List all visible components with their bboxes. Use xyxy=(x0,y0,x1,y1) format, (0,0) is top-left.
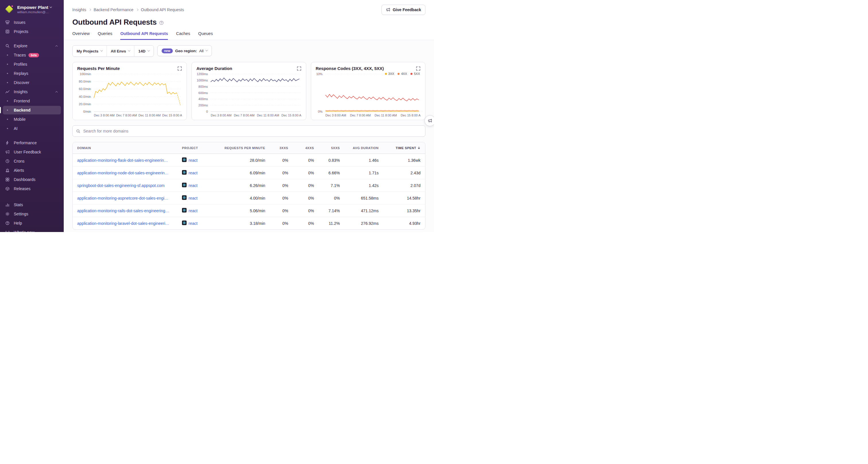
sidebar-item-mobile[interactable]: Mobile xyxy=(3,115,61,124)
sidebar-item-settings[interactable]: Settings xyxy=(3,210,61,218)
search-input[interactable] xyxy=(83,129,422,133)
org-switcher[interactable]: Empower Plant william.mcmullen@… xyxy=(0,0,64,18)
table-row[interactable]: application-monitoring-aspnetcore-dot-sa… xyxy=(73,192,425,204)
project-link[interactable]: react xyxy=(189,221,197,226)
sidebar-item-label: Traces xyxy=(14,53,26,57)
breadcrumb-backend-performance[interactable]: Backend Performance xyxy=(94,7,133,12)
col-3xxs[interactable]: 3XXS xyxy=(265,146,288,150)
col-avg-duration[interactable]: AVG DURATION xyxy=(340,146,379,150)
projects-icon xyxy=(5,29,10,34)
time-spent-cell[interactable]: 13.35hr xyxy=(379,208,421,213)
sidebar-item-issues[interactable]: Issues xyxy=(3,18,61,27)
sidebar-item-releases[interactable]: Releases xyxy=(3,185,61,193)
table-header: DOMAIN PROJECT REQUESTS PER MINUTE 3XXS … xyxy=(73,142,425,154)
tab-caches[interactable]: Caches xyxy=(176,31,190,40)
col-time-spent[interactable]: TIME SPENT xyxy=(379,146,421,150)
sidebar-section-insights[interactable]: Insights xyxy=(3,88,61,96)
bullet-icon xyxy=(5,100,10,101)
domain-link[interactable]: application-monitoring-laravel-dot-sales… xyxy=(77,221,169,226)
project-link[interactable]: react xyxy=(189,183,197,188)
table-row[interactable]: application-monitoring-laravel-dot-sales… xyxy=(73,217,425,229)
sidebar-item-replays[interactable]: Replays xyxy=(3,69,61,78)
col-4xxs[interactable]: 4XXS xyxy=(288,146,314,150)
x-axis-labels: Dec 3 8:00 AMDec 7 8:00 AMDec 11 8:00 AM… xyxy=(316,113,421,117)
expand-icon[interactable] xyxy=(297,66,301,71)
sidebar-item-dashboards[interactable]: Dashboards xyxy=(3,175,61,184)
legend-item[interactable]: 4XX xyxy=(398,72,407,75)
megaphone-icon xyxy=(386,7,391,12)
domain-link[interactable]: application-monitoring-rails-dot-sales-e… xyxy=(77,208,169,213)
tab-queues[interactable]: Queues xyxy=(198,31,213,40)
page-title: Outbound API Requests xyxy=(72,18,157,27)
table-row[interactable]: springboot-dot-sales-engineering-sf.apps… xyxy=(73,179,425,192)
org-email: william.mcmullen@… xyxy=(17,10,52,14)
response-codes-chart: 10%0%3XX4XX5XX xyxy=(316,72,421,112)
tab-outbound-api-requests[interactable]: Outbound API Requests xyxy=(120,31,168,40)
table-row[interactable]: application-monitoring-flask-dot-sales-e… xyxy=(73,154,425,166)
expand-icon[interactable] xyxy=(416,66,421,71)
x-tick-label: Dec 15 8:00 A xyxy=(162,113,182,117)
domain-search[interactable] xyxy=(72,125,425,137)
sidebar-item-performance[interactable]: Performance xyxy=(3,138,61,147)
breadcrumb-insights[interactable]: Insights xyxy=(72,7,86,12)
expand-icon[interactable] xyxy=(177,66,182,71)
project-link[interactable]: react xyxy=(189,196,197,200)
sidebar-item-backend[interactable]: Backend xyxy=(3,106,61,114)
sidebar-section-explore[interactable]: Explore xyxy=(3,41,61,50)
give-feedback-label: Give Feedback xyxy=(393,7,421,12)
sidebar-item-discover[interactable]: Discover xyxy=(3,78,61,87)
tab-overview[interactable]: Overview xyxy=(72,31,90,40)
table-row[interactable]: application-monitoring-node-dot-sales-en… xyxy=(73,166,425,179)
col-5xxs[interactable]: 5XXS xyxy=(314,146,340,150)
x-tick-label: Dec 3 8:00 AM xyxy=(211,113,231,117)
3xx-cell: 0% xyxy=(265,158,288,163)
domain-link[interactable]: application-monitoring-node-dot-sales-en… xyxy=(77,171,168,175)
sidebar-item-crons[interactable]: Crons xyxy=(3,157,61,165)
sidebar-item-whats-new[interactable]: What's new xyxy=(3,228,61,232)
legend-item[interactable]: 3XX xyxy=(385,72,394,75)
sidebar-item-alerts[interactable]: Alerts xyxy=(3,166,61,175)
sidebar-item-traces[interactable]: Traces beta xyxy=(3,51,61,59)
geo-region-filter[interactable]: new Geo region: All xyxy=(157,45,212,56)
time-spent-cell[interactable]: 2.07d xyxy=(379,183,421,188)
time-spent-cell[interactable]: 2.43d xyxy=(379,171,421,175)
sidebar-item-frontend[interactable]: Frontend xyxy=(3,97,61,105)
project-link[interactable]: react xyxy=(189,171,197,175)
filter-bar: My Projects All Envs 14D new Geo region:… xyxy=(72,45,425,57)
give-feedback-button[interactable]: Give Feedback xyxy=(381,5,425,15)
sidebar-item-help[interactable]: Help xyxy=(3,219,61,227)
sidebar-item-stats[interactable]: Stats xyxy=(3,200,61,209)
time-spent-cell[interactable]: 14.58hr xyxy=(379,196,421,200)
feedback-floating-button[interactable] xyxy=(425,115,434,126)
bullet-icon xyxy=(5,82,10,83)
help-icon[interactable] xyxy=(159,20,164,25)
sidebar-item-profiles[interactable]: Profiles xyxy=(3,60,61,69)
requests-per-minute-chart: 100/min80.0/min60.0/min40.0/min20.0/min0… xyxy=(77,72,182,112)
col-requests-per-minute[interactable]: REQUESTS PER MINUTE xyxy=(212,146,265,150)
col-domain[interactable]: DOMAIN xyxy=(77,146,182,150)
col-project[interactable]: PROJECT xyxy=(182,146,212,150)
megaphone-icon xyxy=(5,150,10,154)
environment-filter[interactable]: All Envs xyxy=(106,45,134,57)
time-spent-cell[interactable]: 4.93hr xyxy=(379,221,421,226)
project-link[interactable]: react xyxy=(189,208,197,213)
domain-link[interactable]: springboot-dot-sales-engineering-sf.apps… xyxy=(77,183,164,188)
domain-link[interactable]: application-monitoring-aspnetcore-dot-sa… xyxy=(77,196,168,200)
x-tick-label: Dec 11 8:00 AM xyxy=(257,113,279,117)
sidebar-item-projects[interactable]: Projects xyxy=(3,27,61,36)
legend-item[interactable]: 5XX xyxy=(410,72,420,75)
chart-canvas xyxy=(77,72,182,112)
sidebar-item-ai[interactable]: AI xyxy=(3,124,61,133)
date-range-filter[interactable]: 14D xyxy=(134,45,154,57)
table-row[interactable]: application-monitoring-rails-dot-sales-e… xyxy=(73,204,425,217)
sidebar-item-label: User Feedback xyxy=(14,150,41,154)
project-link[interactable]: react xyxy=(189,158,197,163)
siren-icon xyxy=(5,168,10,173)
domain-link[interactable]: application-monitoring-flask-dot-sales-e… xyxy=(77,158,168,163)
bullet-icon xyxy=(5,119,10,120)
project-filter[interactable]: My Projects xyxy=(73,45,106,57)
sidebar-item-user-feedback[interactable]: User Feedback xyxy=(3,148,61,156)
5xx-cell: 11.2% xyxy=(314,221,340,226)
time-spent-cell[interactable]: 1.36wk xyxy=(379,158,421,163)
tab-queries[interactable]: Queries xyxy=(98,31,112,40)
